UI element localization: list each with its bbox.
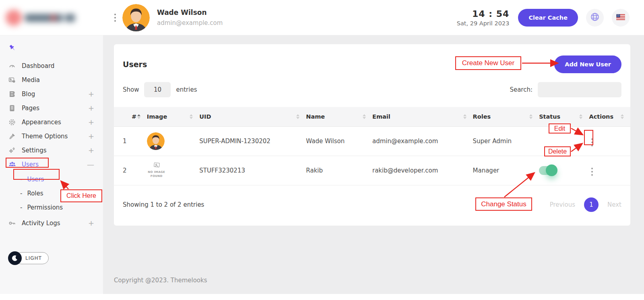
submenu-label: Roles	[27, 190, 43, 197]
sort-icon	[363, 114, 366, 119]
clock-date: Sat, 29 April 2023	[457, 20, 510, 27]
table-row: 2 NO IMAGE FOUND	[114, 156, 630, 185]
submenu-bullet: -	[20, 190, 22, 197]
theme-options-icon	[8, 133, 16, 140]
no-image-icon	[153, 163, 161, 170]
annotation-frame-actions-kebab	[584, 130, 593, 145]
clock-block: 14 : 54 Sat, 29 April 2023	[457, 9, 510, 27]
sidebar-label: Appearances	[22, 119, 61, 126]
pagination: Previous 1 Next	[550, 197, 621, 212]
sort-icon	[621, 114, 624, 119]
search-group: Search:	[510, 82, 621, 97]
media-icon	[8, 76, 16, 84]
pushpin-icon	[8, 46, 16, 54]
pin-sidebar-button[interactable]	[8, 44, 103, 52]
sidebar-item-activity-logs[interactable]: Activity Logs +	[0, 216, 103, 230]
cell-role: Manager	[473, 156, 539, 185]
page-length-select[interactable]: 10	[144, 82, 171, 97]
language-button[interactable]	[586, 9, 604, 27]
submenu-label: Permissions	[27, 204, 63, 211]
sort-icon	[296, 114, 299, 119]
clear-cache-button[interactable]: Clear Cache	[518, 9, 578, 27]
sidebar-label: Activity Logs	[22, 220, 60, 227]
search-input[interactable]	[538, 82, 621, 97]
submenu-item-permissions[interactable]: - Permissions	[0, 200, 103, 214]
expand-indicator: +	[88, 90, 94, 98]
moon-icon	[8, 251, 22, 265]
sidebar-item-dashboard[interactable]: Dashboard	[0, 59, 103, 73]
header-user-block[interactable]: Wade Wilson admin@example.com	[122, 4, 223, 31]
submenu-bullet: -	[20, 204, 22, 211]
expand-indicator: +	[88, 132, 94, 140]
user-avatar	[122, 4, 150, 31]
country-flag-button[interactable]	[612, 9, 630, 27]
row-actions-kebab-icon[interactable]	[589, 166, 595, 177]
user-email: admin@example.com	[157, 19, 223, 27]
cell-num: 2	[114, 156, 147, 185]
page-length-group: Show 10 entries	[123, 82, 197, 97]
pages-icon	[8, 105, 16, 112]
sidebar-item-appearances[interactable]: Appearances +	[0, 115, 103, 129]
annotation-change-status: Change Status	[475, 197, 532, 211]
status-toggle[interactable]	[539, 166, 556, 175]
entries-label: entries	[176, 86, 197, 93]
pagination-page-1[interactable]: 1	[584, 197, 599, 212]
main-content: Users Add New User Show 10 entries Searc…	[103, 35, 644, 294]
cell-role: Super Admin	[473, 126, 539, 156]
col-header-actions[interactable]: Actions	[589, 107, 630, 126]
collapse-indicator[interactable]: —	[87, 160, 94, 168]
theme-mode-toggle[interactable]: LIGHT	[8, 251, 49, 265]
col-header-email[interactable]: Email	[372, 107, 473, 126]
user-name: Wade Wilson	[157, 8, 223, 16]
sidebar-item-pages[interactable]: Pages +	[0, 101, 103, 115]
copyright-text: Copyright @2023. Themelooks	[114, 277, 207, 284]
annotation-frame-users-item	[6, 158, 49, 168]
no-image-text: NO IMAGE FOUND	[147, 171, 166, 179]
pagination-next[interactable]: Next	[607, 201, 621, 208]
col-header-roles[interactable]: Roles	[473, 107, 539, 126]
col-header-num[interactable]: #	[114, 107, 147, 126]
cell-num: 1	[114, 126, 147, 156]
annotation-create-new-user: Create New User	[455, 56, 521, 70]
annotation-click-here: Click Here	[60, 189, 102, 202]
pagination-previous[interactable]: Previous	[550, 201, 575, 208]
key-icon	[8, 220, 16, 227]
sort-icon	[463, 114, 466, 119]
appearances-icon	[8, 119, 16, 126]
cell-email: rakib@developer.com	[372, 156, 473, 185]
sidebar-item-blog[interactable]: Blog +	[0, 87, 103, 101]
show-label: Show	[123, 86, 139, 93]
sidebar-item-theme-options[interactable]: Theme Options +	[0, 129, 103, 143]
sidebar-item-media[interactable]: Media	[0, 73, 103, 87]
sort-icon	[137, 114, 140, 119]
logo-zone	[0, 9, 103, 27]
brand-logo[interactable]	[6, 9, 75, 27]
sidebar-item-settings[interactable]: Settings +	[0, 143, 103, 157]
globe-icon	[590, 12, 600, 23]
sort-icon	[579, 114, 582, 119]
toggle-knob	[546, 164, 557, 176]
annotation-delete: Delete	[544, 146, 571, 156]
add-new-user-button[interactable]: Add New User	[554, 55, 621, 73]
cell-name: Wade Wilson	[306, 126, 372, 156]
users-card: Users Add New User Show 10 entries Searc…	[114, 44, 630, 226]
cell-uid: STUFF3230213	[199, 156, 306, 185]
sidebar-label: Blog	[22, 90, 35, 98]
dashboard-icon	[8, 62, 16, 70]
sidebar-nav: Dashboard Media	[0, 59, 103, 230]
col-header-uid[interactable]: UID	[199, 107, 306, 126]
settings-icon	[8, 147, 16, 154]
expand-indicator: +	[88, 219, 94, 227]
sidebar-collapse-kebab-icon[interactable]	[114, 14, 116, 22]
row-avatar	[147, 132, 165, 150]
sidebar-label: Dashboard	[22, 62, 54, 70]
col-header-name[interactable]: Name	[306, 107, 372, 126]
expand-indicator: +	[88, 104, 94, 112]
top-header: Wade Wilson admin@example.com 14 : 54 Sa…	[0, 0, 644, 35]
col-header-image[interactable]: Image	[147, 107, 199, 126]
us-flag-icon	[616, 14, 625, 21]
cell-uid: SUPER-ADMIN-1230202	[199, 126, 306, 156]
sidebar-label: Pages	[22, 105, 39, 112]
no-image-placeholder: NO IMAGE FOUND	[147, 162, 166, 179]
user-identity: Wade Wilson admin@example.com	[157, 8, 223, 27]
